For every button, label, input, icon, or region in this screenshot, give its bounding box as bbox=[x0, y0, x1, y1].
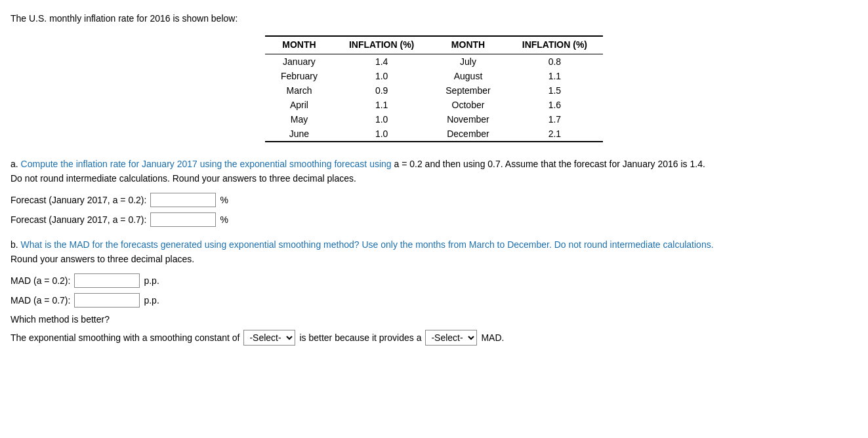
mad1-label: MAD (a = 0.2): bbox=[10, 275, 70, 286]
sentence-mid: is better because it provides a bbox=[299, 332, 421, 343]
col-header-month1: MONTH bbox=[265, 36, 333, 54]
table-row: July bbox=[430, 54, 506, 70]
table-row: 1.1 bbox=[506, 69, 603, 83]
select-constant[interactable]: -Select-0.20.7 bbox=[243, 330, 295, 346]
table-row: October bbox=[430, 98, 506, 112]
col-header-month2: MONTH bbox=[430, 36, 506, 54]
table-row: 2.1 bbox=[506, 127, 603, 142]
table-row: 0.9 bbox=[333, 83, 430, 98]
table-row: March bbox=[265, 83, 333, 98]
part-a-text: a. Compute the inflation rate for Januar… bbox=[10, 157, 858, 186]
table-row: September bbox=[430, 83, 506, 98]
table-row: 0.8 bbox=[506, 54, 603, 70]
part-a-text2: Do not round intermediate calculations. … bbox=[10, 173, 356, 184]
table-row: 1.5 bbox=[506, 83, 603, 98]
part-a-section: a. Compute the inflation rate for Januar… bbox=[10, 157, 858, 227]
forecast2-input[interactable] bbox=[150, 212, 216, 227]
table-row: 1.6 bbox=[506, 98, 603, 112]
table-row: May bbox=[265, 112, 333, 127]
table-row: 1.7 bbox=[506, 112, 603, 127]
sentence-before: The exponential smoothing with a smoothi… bbox=[10, 332, 239, 343]
forecast1-input[interactable] bbox=[150, 193, 216, 207]
part-b-text2: Round your answers to three decimal plac… bbox=[10, 254, 194, 264]
select-mad-type[interactable]: -Select-lowerhigher bbox=[425, 330, 477, 346]
col-header-inflation2: INFLATION (%) bbox=[506, 36, 603, 54]
mad2-input[interactable] bbox=[74, 293, 140, 308]
table-row: 1.0 bbox=[333, 69, 430, 83]
mad2-label: MAD (a = 0.7): bbox=[10, 295, 70, 306]
part-b-label: b. bbox=[10, 239, 21, 250]
part-b-blue-text: What is the MAD for the forecasts genera… bbox=[21, 239, 714, 250]
table-row: 1.1 bbox=[333, 98, 430, 112]
intro-text: The U.S. monthly inflation rate for 2016… bbox=[10, 13, 858, 24]
part-a-label: a. bbox=[10, 159, 21, 169]
part-b-section: b. What is the MAD for the forecasts gen… bbox=[10, 237, 858, 346]
forecast2-row: Forecast (January 2017, a = 0.7): % bbox=[10, 212, 858, 227]
table-row: 1.4 bbox=[333, 54, 430, 70]
forecast2-label: Forecast (January 2017, a = 0.7): bbox=[10, 214, 146, 225]
table-row: January bbox=[265, 54, 333, 70]
forecast2-unit: % bbox=[220, 214, 228, 225]
which-method-text: Which method is better? bbox=[10, 314, 858, 325]
part-a-mid-text: a = 0.2 and then using 0.7. Assume that … bbox=[392, 159, 705, 169]
mad1-unit: p.p. bbox=[144, 275, 159, 286]
table-row: 1.0 bbox=[333, 112, 430, 127]
table-row: December bbox=[430, 127, 506, 142]
mad2-unit: p.p. bbox=[144, 295, 159, 306]
inflation-table: MONTH INFLATION (%) MONTH INFLATION (%) … bbox=[265, 35, 603, 142]
mad2-row: MAD (a = 0.7): p.p. bbox=[10, 293, 858, 308]
col-header-inflation1: INFLATION (%) bbox=[333, 36, 430, 54]
forecast1-unit: % bbox=[220, 195, 228, 205]
part-b-text: b. What is the MAD for the forecasts gen… bbox=[10, 237, 858, 267]
forecast1-label: Forecast (January 2017, a = 0.2): bbox=[10, 195, 146, 205]
table-row: November bbox=[430, 112, 506, 127]
table-row: April bbox=[265, 98, 333, 112]
mad1-input[interactable] bbox=[74, 273, 140, 288]
table-row: August bbox=[430, 69, 506, 83]
table-row: 1.0 bbox=[333, 127, 430, 142]
mad1-row: MAD (a = 0.2): p.p. bbox=[10, 273, 858, 288]
select-row: The exponential smoothing with a smoothi… bbox=[10, 330, 858, 346]
table-row: February bbox=[265, 69, 333, 83]
data-table-container: MONTH INFLATION (%) MONTH INFLATION (%) … bbox=[10, 35, 858, 142]
sentence-after: MAD. bbox=[481, 332, 504, 343]
table-row: June bbox=[265, 127, 333, 142]
part-a-blue-text: Compute the inflation rate for January 2… bbox=[21, 159, 392, 169]
forecast1-row: Forecast (January 2017, a = 0.2): % bbox=[10, 193, 858, 207]
